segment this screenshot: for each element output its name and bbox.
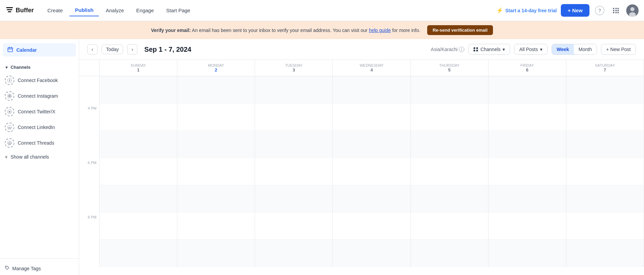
cal-cell-4-2[interactable] (255, 185, 333, 212)
cal-cell-2-0[interactable] (100, 131, 177, 158)
svg-rect-1 (7, 9, 12, 10)
timezone-display: Asia/Karachi i (431, 47, 465, 52)
day-friday: Friday 6 (489, 60, 566, 76)
cal-cell-1-2[interactable] (255, 103, 333, 131)
cal-cell-3-5[interactable] (489, 158, 566, 185)
apps-button[interactable] (610, 4, 622, 17)
cal-cell-1-1[interactable] (177, 103, 255, 131)
cal-cell-4-6[interactable] (566, 185, 644, 212)
cal-cell-3-0[interactable] (100, 158, 177, 185)
nav-engage[interactable]: Engage (131, 5, 160, 16)
cal-cell-2-1[interactable] (177, 131, 255, 158)
cal-cell-0-0[interactable] (100, 76, 177, 103)
prev-week-button[interactable]: ‹ (87, 44, 98, 54)
show-all-channels-button[interactable]: ∨ Show all channels (0, 151, 79, 163)
cal-cell-4-5[interactable] (489, 185, 566, 212)
channels-filter-button[interactable]: Channels ▾ (468, 44, 510, 55)
month-view-button[interactable]: Month (574, 44, 597, 54)
today-button[interactable]: Today (102, 45, 123, 54)
cal-cell-0-2[interactable] (255, 76, 333, 103)
banner-bold: Verify your email: (151, 28, 191, 33)
cal-cell-2-3[interactable] (333, 131, 410, 158)
cal-cell-6-2[interactable] (255, 240, 333, 267)
all-posts-filter[interactable]: All Posts ▾ (514, 44, 547, 55)
cal-cell-1-5[interactable] (489, 103, 566, 131)
cal-cell-6-3[interactable] (333, 240, 410, 267)
cal-cell-0-3[interactable] (333, 76, 410, 103)
sidebar-item-calendar[interactable]: Calendar (3, 43, 76, 56)
cal-cell-0-4[interactable] (411, 76, 489, 103)
channels-list: f Connect Facebook Connect Instagram ✕ C… (0, 72, 79, 151)
cal-cell-5-2[interactable] (255, 212, 333, 240)
cal-cell-6-0[interactable] (100, 240, 177, 267)
next-week-button[interactable]: › (127, 44, 137, 54)
cal-cell-6-4[interactable] (411, 240, 489, 267)
channel-threads[interactable]: @ Connect Threads (0, 135, 79, 151)
cal-cell-3-3[interactable] (333, 158, 410, 185)
cal-cell-5-1[interactable] (177, 212, 255, 240)
channels-chevron-icon: ▾ (503, 47, 505, 52)
cal-cell-1-0[interactable] (100, 103, 177, 131)
channel-instagram[interactable]: Connect Instagram (0, 88, 79, 104)
app-layout: Calendar ▼ Channels f Connect Facebook C… (0, 39, 644, 275)
cal-cell-4-1[interactable] (177, 185, 255, 212)
logo[interactable]: Buffer (5, 5, 34, 16)
nav-analyze[interactable]: Analyze (100, 5, 129, 16)
date-range-label: Sep 1 - 7, 2024 (144, 46, 191, 53)
svg-text:✕: ✕ (8, 110, 11, 114)
cal-cell-1-6[interactable] (566, 103, 644, 131)
new-post-button[interactable]: + New Post (601, 44, 636, 55)
week-view-button[interactable]: Week (552, 44, 574, 54)
time-label-0 (79, 76, 100, 103)
cal-cell-1-4[interactable] (411, 103, 489, 131)
svg-point-9 (8, 94, 12, 98)
nav-startpage[interactable]: Start Page (161, 5, 196, 16)
cal-cell-2-4[interactable] (411, 131, 489, 158)
facebook-icon: f (5, 76, 14, 85)
cal-cell-5-3[interactable] (333, 212, 410, 240)
svg-rect-0 (6, 7, 13, 8)
cal-cell-6-1[interactable] (177, 240, 255, 267)
bolt-icon: ⚡ (496, 7, 503, 14)
manage-tags-button[interactable]: Manage Tags (5, 263, 74, 274)
channel-facebook[interactable]: f Connect Facebook (0, 72, 79, 88)
new-button[interactable]: + New (561, 4, 589, 17)
channel-twitter[interactable]: ✕ Connect Twitter/X (0, 104, 79, 119)
cal-cell-0-6[interactable] (566, 76, 644, 103)
cal-cell-2-5[interactable] (489, 131, 566, 158)
cal-cell-4-4[interactable] (411, 185, 489, 212)
help-guide-link[interactable]: help guide (369, 28, 391, 33)
trial-button[interactable]: ⚡ Start a 14-day free trial (496, 7, 557, 14)
resend-verification-button[interactable]: Re-send verification email (427, 25, 493, 35)
time-label-1: 4 PM (79, 103, 100, 131)
cal-cell-1-3[interactable] (333, 103, 410, 131)
day-sunday: Sunday 1 (100, 60, 177, 76)
cal-cell-6-5[interactable] (489, 240, 566, 267)
cal-cell-5-6[interactable] (566, 212, 644, 240)
cal-cell-4-0[interactable] (100, 185, 177, 212)
calendar-label: Calendar (16, 47, 37, 53)
timezone-info-icon[interactable]: i (459, 47, 464, 52)
cal-cell-5-4[interactable] (411, 212, 489, 240)
nav-create[interactable]: Create (42, 5, 68, 16)
cal-cell-4-3[interactable] (333, 185, 410, 212)
cal-cell-6-6[interactable] (566, 240, 644, 267)
logo-text: Buffer (16, 7, 34, 14)
cal-cell-3-6[interactable] (566, 158, 644, 185)
cal-cell-3-1[interactable] (177, 158, 255, 185)
cal-cell-2-6[interactable] (566, 131, 644, 158)
cal-cell-0-1[interactable] (177, 76, 255, 103)
prev-arrow-icon: ‹ (92, 47, 93, 52)
cal-cell-3-2[interactable] (255, 158, 333, 185)
cal-cell-3-4[interactable] (411, 158, 489, 185)
user-avatar[interactable] (626, 4, 639, 17)
verification-banner: Verify your email: An email has been sen… (0, 21, 644, 39)
channel-linkedin[interactable]: in Connect LinkedIn (0, 119, 79, 135)
cal-cell-5-5[interactable] (489, 212, 566, 240)
cal-cell-0-5[interactable] (489, 76, 566, 103)
cal-cell-5-0[interactable] (100, 212, 177, 240)
nav-publish[interactable]: Publish (70, 4, 99, 16)
nav-links: Create Publish Analyze Engage Start Page (42, 4, 494, 16)
help-button[interactable]: ? (594, 4, 606, 17)
cal-cell-2-2[interactable] (255, 131, 333, 158)
